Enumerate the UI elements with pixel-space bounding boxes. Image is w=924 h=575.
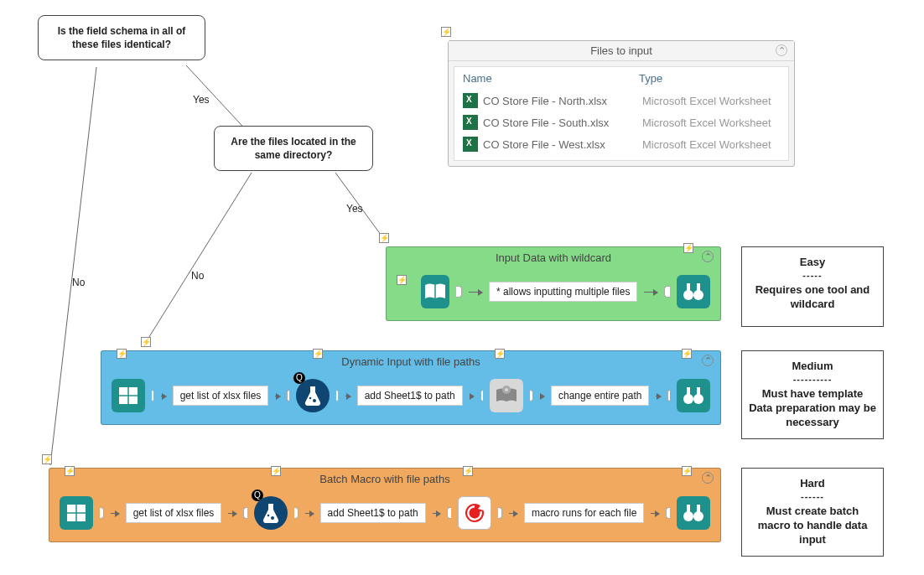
input-anchor[interactable] [243,507,247,519]
comment-chip: change entire path [551,386,649,406]
input-anchor[interactable] [287,390,289,401]
card-medium-level: Medium [749,360,876,372]
input-anchor[interactable] [447,507,451,519]
bolt-icon [313,349,323,359]
files-panel-title: Files to input [590,44,652,57]
edge-no-2: No [191,270,204,282]
bolt-icon [65,466,75,476]
refresh-icon [461,500,488,526]
output-anchor[interactable] [498,507,502,519]
file-row[interactable]: CO Store File - South.xlsx Microsoft Exc… [454,111,788,133]
formula-tool[interactable] [254,496,288,530]
collapse-icon[interactable]: ⌃ [776,44,787,56]
connector [644,292,657,293]
card-easy: Easy ----- Requires one tool and wildcar… [741,246,884,327]
binoculars-icon [680,278,707,305]
svg-point-24 [267,515,270,517]
output-anchor[interactable] [100,507,104,519]
output-anchor[interactable] [294,507,298,519]
batch-macro-tool[interactable] [458,496,491,530]
card-medium: Medium ---------- Must have template Dat… [741,350,884,439]
svg-rect-8 [697,283,700,292]
bolt-icon [42,454,52,464]
bolt-icon [463,466,473,476]
excel-icon [463,115,478,130]
svg-rect-30 [697,505,700,513]
browse-tool[interactable] [677,496,710,530]
file-type: Microsoft Excel Worksheet [642,138,780,151]
edge-no-1: No [72,277,85,288]
decision-schema-text: Is the field schema in all of these file… [58,25,186,50]
excel-icon [463,137,478,152]
directory-tool[interactable] [60,496,93,530]
formula-tool[interactable] [296,379,330,412]
connector [433,513,441,514]
file-row[interactable]: CO Store File - North.xlsx Microsoft Exc… [454,90,788,111]
bolt-icon [683,243,693,253]
bolt-icon [495,349,505,359]
file-type: Microsoft Excel Worksheet [642,95,780,107]
col-type[interactable]: Type [639,72,780,85]
excel-icon [463,93,478,108]
flask-icon [257,500,284,526]
file-type: Microsoft Excel Worksheet [642,117,780,129]
output-anchor[interactable] [530,390,532,401]
input-anchor[interactable] [667,390,670,401]
comment-chip: add Sheet1$ to path [320,503,426,523]
browse-tool[interactable] [677,275,710,308]
browse-tool[interactable] [677,379,710,412]
svg-point-15 [505,388,508,391]
connector [651,513,659,514]
input-data-tool[interactable] [421,275,450,308]
bolt-icon [271,466,281,476]
output-anchor[interactable] [336,390,339,401]
collapse-icon[interactable]: ⌃ [702,251,714,262]
method-medium-title: Dynamic Input with file paths [341,355,480,368]
card-hard-level: Hard [749,477,876,490]
svg-line-2 [148,173,252,339]
edge-yes-1: Yes [193,94,210,106]
files-panel: Files to input ⌃ Name Type CO Store File… [448,40,795,167]
svg-rect-29 [687,505,690,513]
connector [305,513,314,514]
bolt-icon [441,27,451,37]
comment-chip: macro runs for each file [524,503,644,523]
input-anchor[interactable] [480,390,483,401]
bolt-icon [117,349,127,359]
connector [161,396,166,396]
connector [470,396,475,396]
edge-yes-2: Yes [346,203,363,215]
method-easy: Input Data with wildcard ⌃ * allows inpu… [386,246,721,321]
output-anchor[interactable] [456,286,462,298]
connector [228,513,236,514]
book-gear-icon [493,382,520,409]
output-anchor[interactable] [152,390,154,401]
bolt-icon [682,349,692,359]
svg-rect-7 [687,283,690,292]
collapse-icon[interactable]: ⌃ [702,355,714,366]
connector [469,292,482,293]
file-name: CO Store File - West.xlsx [483,138,642,151]
method-medium: Dynamic Input with file paths ⌃ get list… [101,350,721,425]
flask-icon [299,382,326,409]
directory-tool[interactable] [112,379,145,412]
method-easy-title: Input Data with wildcard [496,251,611,264]
comment-chip: get list of xlsx files [126,503,222,523]
card-hard-desc: Must create batch macro to handle data i… [749,505,876,547]
input-anchor[interactable] [666,507,670,519]
decision-directory: Are the files located in the same direct… [214,126,373,171]
dynamic-input-tool[interactable] [490,379,523,412]
connector [345,396,350,396]
comment-chip: get list of xlsx files [173,386,269,406]
comment-chip: add Sheet1$ to path [357,386,463,406]
file-row[interactable]: CO Store File - West.xlsx Microsoft Exce… [454,133,788,155]
binoculars-icon [680,500,707,526]
divider: ------ [749,491,876,501]
connector [540,396,545,396]
collapse-icon[interactable]: ⌃ [702,472,714,484]
input-anchor[interactable] [664,286,670,298]
method-hard: Batch Macro with file paths ⌃ get list o… [49,468,721,542]
divider: ---------- [749,374,876,384]
directory-icon [115,382,142,409]
col-name[interactable]: Name [463,72,639,85]
